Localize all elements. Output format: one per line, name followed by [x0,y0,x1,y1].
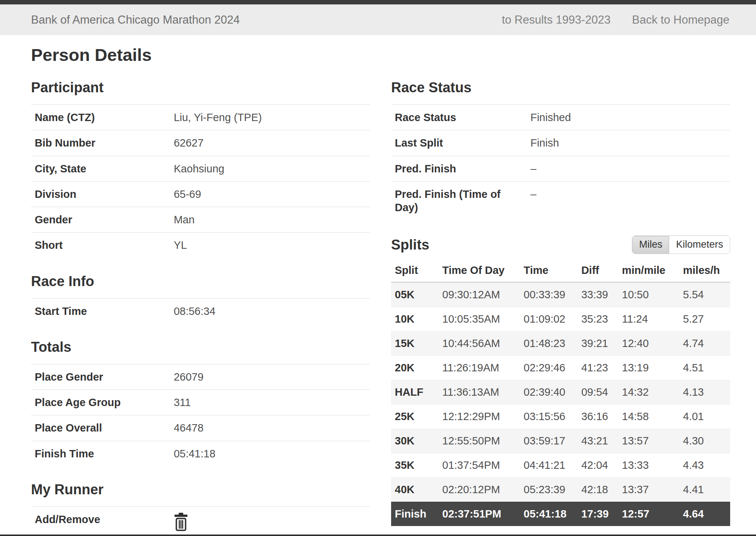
bottom-edge-strip [0,535,756,536]
row-label: City, State [31,156,170,181]
split-diff: 36:16 [578,404,618,429]
race-status-table: Race Status Finished Last Split Finish P… [391,104,730,220]
split-time-of-day: 12:55:50PM [439,429,520,453]
add-remove-runner-button[interactable] [174,513,188,531]
split-row: HALF 11:36:13AM 02:39:40 09:54 14:32 4.1… [391,380,730,404]
split-name: 25K [391,404,439,429]
trash-icon [174,527,188,532]
row-label: Division [31,181,170,207]
table-row: Pred. Finish (Time of Day) – [391,181,730,220]
split-diff: 09:54 [578,380,618,404]
split-speed: 4.51 [679,355,730,380]
split-name: HALF [391,380,439,404]
table-row: Pred. Finish – [391,156,730,181]
row-label: Gender [31,207,170,233]
split-diff: 42:18 [578,477,618,502]
row-value: – [527,181,730,220]
split-time: 05:41:18 [520,502,578,526]
row-value: 62627 [170,130,370,156]
split-time: 01:09:02 [520,307,578,331]
table-row: Last Split Finish [391,130,730,156]
split-time-of-day: 01:37:54PM [439,453,520,477]
split-row: 20K 11:26:19AM 02:29:46 41:23 13:19 4.51 [391,355,730,380]
row-value: Finished [527,105,730,130]
table-row: Bib Number 62627 [31,130,370,156]
split-speed: 5.27 [679,307,730,331]
split-speed: 4.64 [679,502,730,526]
row-value: 08:56:34 [170,298,370,324]
column-header: Time [520,259,578,282]
event-title: Bank of America Chicago Marathon 2024 [31,13,240,27]
split-pace: 13:19 [618,355,679,380]
column-header: Split [391,259,439,282]
splits-heading: Splits [391,237,429,253]
row-value: 26079 [170,364,370,389]
column-header: Diff [578,259,618,282]
row-value: Man [170,207,370,233]
split-pace: 12:40 [618,331,679,355]
split-speed: 4.74 [679,331,730,355]
column-header: Time Of Day [439,259,520,282]
split-diff: 41:23 [578,355,618,380]
split-row: 15K 10:44:56AM 01:48:23 39:21 12:40 4.74 [391,331,730,355]
split-speed: 4.41 [679,477,730,502]
split-diff: 42:04 [578,453,618,477]
split-time-of-day: 02:20:12PM [439,477,520,502]
navbar-links: to Results 1993-2023 Back to Homepage [502,13,729,27]
split-speed: 4.43 [679,453,730,477]
split-diff: 39:21 [578,331,618,355]
my-runner-table: Add/Remove [31,506,370,536]
split-time-of-day: 09:30:12AM [439,282,520,307]
split-diff: 43:21 [578,429,618,453]
row-label: Race Status [391,105,527,130]
row-label: Place Gender [31,364,170,389]
split-row: 30K 12:55:50PM 03:59:17 43:21 13:57 4.30 [391,429,730,453]
table-row: Add/Remove [31,506,370,536]
split-time: 03:59:17 [520,429,578,453]
split-time: 01:48:23 [520,331,578,355]
split-row: 40K 02:20:12PM 05:23:39 42:18 13:37 4.41 [391,477,730,502]
split-time: 05:23:39 [520,477,578,502]
right-column: Race Status Race Status Finished Last Sp… [391,80,730,536]
row-value: 311 [170,390,370,415]
split-time: 04:41:21 [520,453,578,477]
my-runner-heading: My Runner [31,482,370,498]
row-label: Finish Time [31,441,170,466]
table-row: City, State Kaohsiung [31,156,370,181]
row-value: Liu, Yi-Feng (TPE) [170,105,370,130]
split-time-of-day: 12:12:29PM [439,404,520,429]
participant-heading: Participant [31,80,370,96]
table-row: Start Time 08:56:34 [31,298,370,324]
miles-toggle-button[interactable]: Miles [632,236,669,254]
split-speed: 4.01 [679,404,730,429]
top-edge-strip [0,0,756,4]
back-to-homepage-link[interactable]: Back to Homepage [632,13,729,27]
race-status-heading: Race Status [391,80,730,96]
split-pace: 14:58 [618,404,679,429]
table-row: Short YL [31,233,370,258]
split-name: Finish [391,502,439,526]
split-speed: 4.30 [679,429,730,453]
table-row: Place Gender 26079 [31,364,370,389]
table-row: Place Overall 46478 [31,415,370,441]
results-archive-link[interactable]: to Results 1993-2023 [502,13,611,27]
table-row: Division 65-69 [31,181,370,207]
kilometers-toggle-button[interactable]: Kilometers [669,236,730,254]
unit-toggle: Miles Kilometers [632,236,730,254]
split-diff: 33:39 [578,282,618,307]
race-info-section: Race Info Start Time 08:56:34 [31,274,370,324]
splits-header-row: Split Time Of Day Time Diff min/mile mil… [391,259,730,282]
row-label: Short [31,233,170,258]
split-diff: 17:39 [578,502,618,526]
row-label: Pred. Finish (Time of Day) [391,181,527,220]
table-row: Race Status Finished [391,105,730,130]
split-pace: 13:37 [618,477,679,502]
column-header: min/mile [618,259,679,282]
split-pace: 12:57 [618,502,679,526]
row-label: Name (CTZ) [31,105,170,130]
split-speed: 5.54 [679,282,730,307]
split-diff: 35:23 [578,307,618,331]
table-row: Place Age Group 311 [31,390,370,415]
totals-section: Totals Place Gender 26079 Place Age Grou… [31,339,370,466]
row-value: 05:41:18 [170,441,370,466]
